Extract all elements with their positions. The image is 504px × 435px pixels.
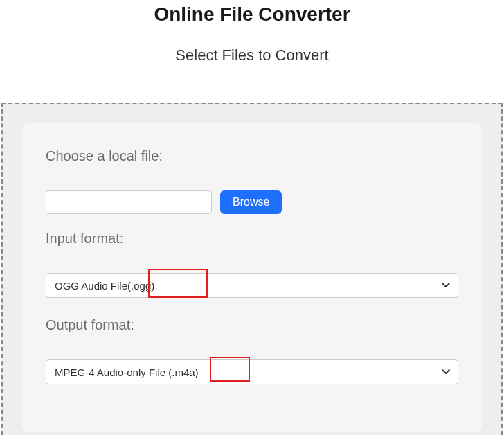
- output-format-label: Output format:: [46, 317, 458, 333]
- upload-dropzone: Choose a local file: Browse Input format…: [1, 103, 503, 435]
- file-input-row: Browse: [46, 190, 458, 214]
- output-format-select-wrapper: MPEG-4 Audio-only File (.m4a): [46, 359, 458, 384]
- output-format-select[interactable]: MPEG-4 Audio-only File (.m4a): [46, 359, 458, 384]
- browse-button[interactable]: Browse: [220, 190, 282, 214]
- page-subtitle: Select Files to Convert: [0, 46, 504, 64]
- file-path-input[interactable]: [46, 190, 212, 214]
- input-format-select-wrapper: OGG Audio File(.ogg): [46, 273, 458, 298]
- page-title: Online File Converter: [0, 3, 504, 26]
- input-format-label: Input format:: [46, 231, 458, 247]
- converter-card: Choose a local file: Browse Input format…: [22, 123, 482, 432]
- input-format-select[interactable]: OGG Audio File(.ogg): [46, 273, 458, 298]
- choose-file-label: Choose a local file:: [46, 148, 458, 164]
